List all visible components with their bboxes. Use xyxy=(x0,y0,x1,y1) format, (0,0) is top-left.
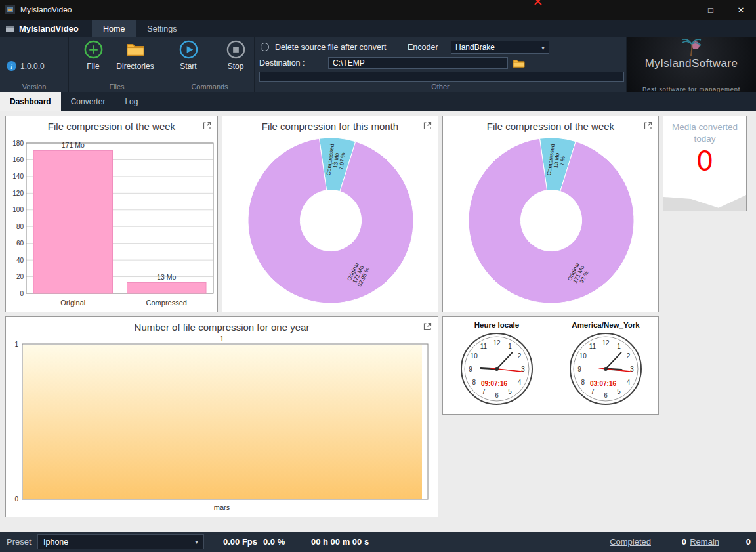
panel-month-donut-chart: File compression for this month Compress… xyxy=(222,116,438,312)
encoder-select[interactable]: HandBrake ▾ xyxy=(451,41,549,54)
svg-text:09:07:16: 09:07:16 xyxy=(481,380,507,387)
panel-title: File compression of the week xyxy=(6,121,217,132)
delete-source-checkbox[interactable] xyxy=(261,43,269,51)
clock-newyork-title: America/New_York xyxy=(553,321,658,329)
media-card-value: 0 xyxy=(663,146,746,175)
window-controls: – □ ✕ xyxy=(665,0,756,20)
svg-text:8: 8 xyxy=(472,379,476,386)
donut-chart-month: Compressed13 Mo7.07 %Original171 Mo92.93… xyxy=(223,133,438,309)
area-chart: 101mars xyxy=(7,334,436,515)
svg-text:4: 4 xyxy=(518,379,522,386)
preset-select[interactable]: Iphone ▾ xyxy=(37,534,204,549)
svg-text:1: 1 xyxy=(508,343,512,350)
start-button[interactable]: Start xyxy=(169,39,207,71)
svg-text:10: 10 xyxy=(471,352,478,360)
info-icon-glyph: i xyxy=(10,62,12,70)
encoder-label: Encoder xyxy=(408,41,438,54)
remain-value: 0 xyxy=(746,532,751,552)
svg-text:mars: mars xyxy=(214,503,230,511)
stop-button[interactable]: Stop xyxy=(217,39,255,71)
svg-text:2: 2 xyxy=(518,352,522,360)
elapsed-time: 00 h 00 m 00 s xyxy=(311,532,369,552)
svg-text:03:07:16: 03:07:16 xyxy=(590,380,616,387)
export-icon[interactable] xyxy=(202,121,213,131)
maximize-button[interactable]: □ xyxy=(696,0,726,20)
red-artifact-icon xyxy=(534,0,543,5)
svg-text:0: 0 xyxy=(20,290,24,297)
app-brand-label: MyIslandVideo xyxy=(19,24,79,33)
app-brand-icon xyxy=(5,25,14,33)
completed-label: Completed xyxy=(610,532,651,552)
bar-chart: 020406080100120140160180171 MoOriginal13… xyxy=(7,133,217,310)
file-button[interactable]: File xyxy=(74,39,112,71)
svg-text:9: 9 xyxy=(469,366,472,373)
panel-week-donut-chart: File compression of the week Compressed1… xyxy=(442,116,659,312)
delete-source-label: Delete source file after convert xyxy=(275,41,387,54)
ribbon-group-other: Delete source file after convert Encoder… xyxy=(255,37,627,92)
menu-tab-settings[interactable]: Settings xyxy=(136,20,188,37)
add-file-icon xyxy=(74,39,112,60)
destination-label: Destination : xyxy=(259,56,304,70)
version-value: 1.0.0.0 xyxy=(20,62,45,71)
export-icon[interactable] xyxy=(423,322,433,332)
directories-button-label: Directories xyxy=(116,62,154,71)
tab-log[interactable]: Log xyxy=(115,92,148,111)
play-icon xyxy=(169,39,207,60)
panel-title: File compression of the week xyxy=(443,121,658,132)
minimize-button[interactable]: – xyxy=(665,0,696,20)
directories-button[interactable]: Directories xyxy=(116,39,154,71)
export-icon[interactable] xyxy=(643,121,654,131)
svg-text:1: 1 xyxy=(220,335,224,343)
svg-text:160: 160 xyxy=(12,156,24,163)
donut-chart-week: Compressed13 Mo7 %Original171 Mo93 % xyxy=(444,133,659,309)
media-converted-card: Media converted today 0 xyxy=(663,116,747,211)
svg-text:8: 8 xyxy=(581,379,585,386)
window-title: MyIslandVideo xyxy=(20,5,72,14)
svg-text:4: 4 xyxy=(627,379,631,386)
close-button[interactable]: ✕ xyxy=(726,0,756,20)
svg-text:6: 6 xyxy=(495,392,499,399)
media-sparkline xyxy=(663,180,746,211)
svg-text:12: 12 xyxy=(602,339,610,347)
minimize-icon: – xyxy=(678,5,682,15)
svg-text:Original: Original xyxy=(60,299,85,307)
titlebar: MyIslandVideo – □ ✕ xyxy=(0,0,756,20)
analog-clock-local: 12345678910111209:07:16 xyxy=(458,330,536,408)
group-label-other: Other xyxy=(255,83,626,91)
destination-input[interactable]: C:\TEMP xyxy=(328,57,508,69)
tab-converter[interactable]: Converter xyxy=(61,92,116,111)
remain-label: Remain xyxy=(690,532,719,552)
svg-text:171 Mo: 171 Mo xyxy=(62,141,85,149)
chevron-down-icon: ▾ xyxy=(541,44,545,51)
export-icon[interactable] xyxy=(423,121,433,131)
ribbon-group-files: File Directories Files xyxy=(69,37,165,92)
svg-text:100: 100 xyxy=(12,206,24,213)
tab-dashboard[interactable]: Dashboard xyxy=(0,92,61,111)
close-icon: ✕ xyxy=(738,5,745,15)
folder-icon xyxy=(116,39,154,60)
palm-tree-icon xyxy=(677,39,706,56)
clocks-panel: Heure locale 12345678910111209:07:16 Ame… xyxy=(442,316,659,415)
browse-destination-button[interactable] xyxy=(511,57,526,69)
logo-panel: MyIslandSoftware Best software for manag… xyxy=(627,37,756,92)
svg-text:0: 0 xyxy=(14,496,18,503)
svg-text:7: 7 xyxy=(482,388,486,395)
svg-text:60: 60 xyxy=(16,240,24,247)
group-label-version: Version xyxy=(0,83,68,91)
convert-progress xyxy=(259,72,624,82)
svg-text:7: 7 xyxy=(591,388,595,395)
menu-tab-home[interactable]: Home xyxy=(92,20,136,37)
app-brand: MyIslandVideo xyxy=(0,20,92,37)
svg-text:Compressed: Compressed xyxy=(146,299,187,307)
encoder-value: HandBrake xyxy=(455,43,495,52)
svg-text:40: 40 xyxy=(16,257,24,264)
svg-text:5: 5 xyxy=(617,388,621,395)
stop-icon xyxy=(217,39,255,60)
analog-clock-newyork: 12345678910111203:07:16 xyxy=(567,330,644,408)
destination-value: C:\TEMP xyxy=(333,58,365,68)
svg-text:13 Mo: 13 Mo xyxy=(157,273,176,281)
chevron-down-icon: ▾ xyxy=(195,538,198,545)
panel-year-area-chart: Number of file compression for one year … xyxy=(5,316,438,517)
logo-tagline: Best software for management xyxy=(642,85,740,92)
percent-value: 0.0 % xyxy=(263,532,285,552)
